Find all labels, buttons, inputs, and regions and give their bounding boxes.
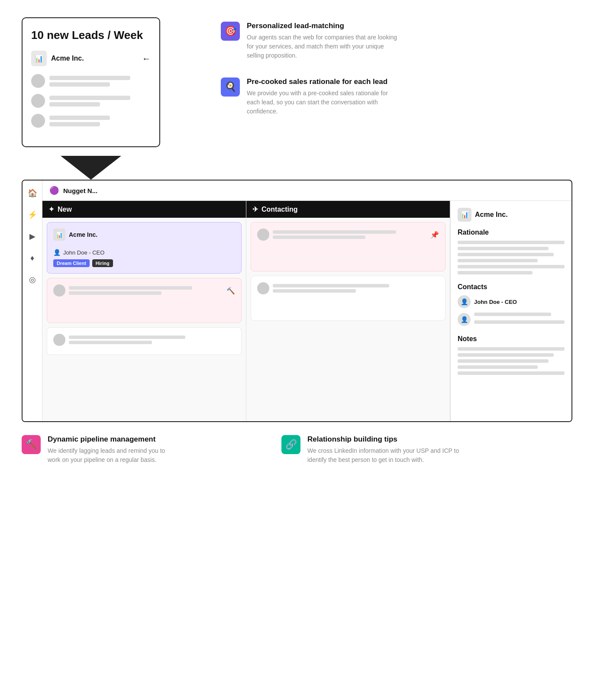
placeholder-circle-2 — [31, 94, 45, 108]
arrow-right-icon: ← — [142, 54, 151, 64]
sidebar-icon-play[interactable]: ▶ — [26, 230, 39, 243]
placeholder-line — [49, 116, 110, 120]
detail-placeholder-line — [458, 241, 565, 244]
detail-rationale-title: Rationale — [458, 229, 565, 236]
card-placeholder-line — [273, 284, 389, 287]
lead-card-title: 10 new Leads / Week — [31, 29, 151, 42]
kanban-column-new: ✦ New 📊 Acme Inc. — [42, 201, 246, 421]
kanban-columns: ✦ New 📊 Acme Inc. — [42, 201, 450, 421]
feature-text-pipeline: Dynamic pipeline management We identify … — [48, 435, 169, 465]
features-top: 🎯 Personalized lead-matching Our agents … — [221, 17, 403, 116]
detail-placeholder-line — [458, 265, 565, 268]
placeholder-line — [49, 96, 130, 100]
column-cards-new: 📊 Acme Inc. 👤 John Doe - CEO Dream Clien… — [42, 218, 246, 421]
placeholder-line — [49, 122, 100, 126]
feature-desc-lead-matching: Our agents scan the web for companies th… — [247, 33, 403, 60]
detail-section-notes: Notes — [458, 335, 565, 375]
column-label-contacting: Contacting — [261, 206, 298, 213]
detail-notes-title: Notes — [458, 335, 565, 343]
top-section: 10 new Leads / Week 📊 Acme Inc. ← — [22, 17, 585, 147]
card-spacer-c2 — [257, 297, 439, 314]
card-placeholder-circle-2 — [53, 334, 65, 346]
card-placeholder-row-1: 🔨 — [53, 284, 235, 297]
card-placeholder-lines-2 — [69, 335, 235, 344]
feature-personalized-lead-matching: 🎯 Personalized lead-matching Our agents … — [221, 22, 403, 60]
detail-placeholder-line — [458, 353, 554, 357]
feature-text-relationship: Relationship building tips We cross Link… — [307, 435, 463, 465]
kanban-area: ✦ New 📊 Acme Inc. — [42, 201, 571, 421]
detail-contact-row-1: 👤 John Doe - CEO — [458, 295, 565, 308]
app-main: 🟣 Nugget N... ✦ New — [42, 181, 571, 421]
placeholder-lines-3 — [49, 116, 151, 126]
card-placeholder-line — [69, 286, 192, 290]
placeholder-circle-1 — [31, 74, 45, 88]
feature-desc-relationship: We cross LinkedIn information with your … — [307, 446, 463, 465]
app-name: Nugget N... — [63, 187, 97, 194]
tag-hiring: Hiring — [92, 259, 113, 267]
detail-contact-name-1: John Doe - CEO — [474, 299, 517, 305]
card-placeholder-row-2 — [53, 334, 235, 346]
detail-company-icon: 📊 — [458, 208, 471, 222]
detail-placeholder-line — [458, 371, 565, 375]
placeholder-line — [49, 82, 110, 87]
detail-avatar-2: 👤 — [458, 313, 471, 326]
card-spacer-c — [257, 243, 439, 265]
placeholder-circle-3 — [31, 114, 45, 128]
card-pin-icon: 📌 — [430, 231, 439, 239]
card-tags: Dream Client Hiring — [53, 259, 235, 267]
feature-title-relationship: Relationship building tips — [307, 435, 463, 444]
kanban-card-placeholder-1[interactable]: 🔨 — [47, 278, 242, 323]
detail-placeholder-line — [458, 365, 538, 369]
feature-text-sales: Pre-cooked sales rationale for each lead… — [247, 77, 403, 116]
feature-dynamic-pipeline: 🔨 Dynamic pipeline management We identif… — [22, 435, 169, 465]
detail-placeholder-line — [458, 347, 565, 351]
card-placeholder-row-c1: 📌 — [257, 229, 439, 241]
arrow-down-triangle — [61, 156, 121, 180]
arrow-down-container — [22, 156, 160, 180]
feature-desc-pipeline: We identify lagging leads and remind you… — [48, 446, 169, 465]
sidebar-icon-bolt[interactable]: ⚡ — [26, 208, 39, 221]
sidebar-icon-target[interactable]: ◎ — [26, 273, 39, 286]
detail-section-contacts: Contacts 👤 John Doe - CEO 👤 — [458, 283, 565, 326]
feature-title-lead-matching: Personalized lead-matching — [247, 22, 403, 30]
placeholder-lines-1 — [49, 76, 151, 87]
sidebar-icon-home[interactable]: 🏠 — [26, 187, 39, 200]
sidebar-icon-diamond[interactable]: ♦ — [26, 252, 39, 265]
detail-contacts-title: Contacts — [458, 283, 565, 291]
card-company-icon-acme: 📊 — [53, 229, 65, 241]
column-header-contacting: ✈ Contacting — [246, 201, 450, 218]
placeholder-row-1 — [31, 74, 151, 88]
sidebar: 🏠 ⚡ ▶ ♦ ◎ — [23, 181, 42, 421]
feature-icon-relationship: 🔗 — [281, 435, 300, 454]
company-icon-top: 📊 — [31, 51, 47, 66]
feature-icon-pipeline: 🔨 — [22, 435, 41, 454]
kanban-card-acme[interactable]: 📊 Acme Inc. 👤 John Doe - CEO Dream Clien… — [47, 222, 242, 274]
feature-text-lead-matching: Personalized lead-matching Our agents sc… — [247, 22, 403, 60]
company-name-top: Acme Inc. — [51, 55, 84, 62]
placeholder-lines-2 — [49, 96, 151, 106]
card-placeholder-line — [273, 289, 356, 293]
company-icon-symbol: 📊 — [35, 55, 43, 63]
kanban-card-placeholder-2[interactable] — [47, 327, 242, 355]
detail-company-name: Acme Inc. — [475, 211, 508, 219]
card-hammer-icon-1: 🔨 — [226, 287, 235, 295]
detail-contact-row-2: 👤 — [458, 313, 565, 326]
placeholder-line — [49, 76, 130, 80]
detail-placeholder-line — [474, 320, 565, 324]
app-logo-icon: 🟣 — [49, 186, 59, 195]
tag-dream-client: Dream Client — [53, 259, 90, 267]
kanban-card-contacting-2[interactable] — [251, 276, 446, 321]
bottom-section: 🔨 Dynamic pipeline management We identif… — [22, 435, 585, 465]
detail-company-row: 📊 Acme Inc. — [458, 208, 565, 222]
kanban-card-contacting-1[interactable]: 📌 — [251, 222, 446, 271]
feature-icon-lead-matching: 🎯 — [221, 22, 240, 41]
detail-placeholder-line — [458, 247, 549, 250]
detail-panel: 📊 Acme Inc. Rationale — [450, 201, 571, 421]
app-mockup: 🏠 ⚡ ▶ ♦ ◎ 🟣 Nugget N... ✦ — [22, 180, 572, 422]
card-placeholder-line — [69, 291, 161, 295]
app-header: 🟣 Nugget N... — [42, 181, 571, 201]
card-placeholder-line — [69, 341, 152, 344]
detail-placeholder-line — [458, 259, 538, 262]
column-icon-new: ✦ — [48, 205, 54, 213]
placeholder-row-2 — [31, 94, 151, 108]
